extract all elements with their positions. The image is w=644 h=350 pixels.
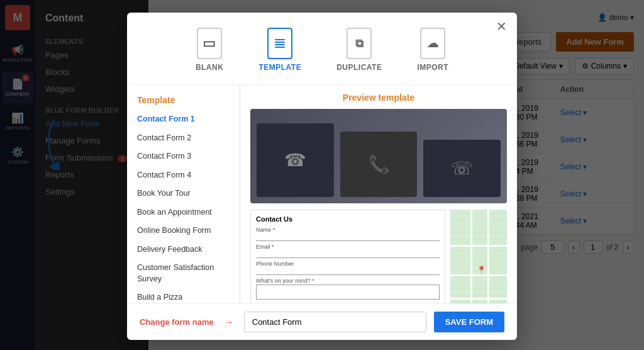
phone-unit-3: ☏ [423,140,501,197]
modal-tabs: ▭ BLANK TEMPLATE ⧉ DUPLICATE [127,13,517,85]
save-form-button[interactable]: SAVE FORM [434,312,504,332]
preview-area: Preview template ☎ 📞 ☏ [240,85,517,303]
field-mind-label: What's on your mind? * [256,278,440,284]
svg-rect-1 [275,39,285,40]
tab-blank[interactable]: ▭ BLANK [191,25,229,74]
field-phone-line [256,268,440,275]
field-email-line [256,251,440,258]
contact-form-preview: Contact Us Name * Email * Phone Number [250,210,445,303]
form-name-input[interactable] [244,312,426,332]
template-item-contact-form-4[interactable]: Contact Form 4 [127,166,240,185]
svg-rect-2 [275,42,285,43]
template-item-build-pizza[interactable]: Build a Pizza [127,288,240,303]
template-section-title: Template [127,93,240,110]
modal-close-button[interactable]: ✕ [496,20,507,33]
field-name-label: Name * [256,227,440,233]
arrow-right-icon: → [224,317,234,328]
tab-import-label: IMPORT [417,63,448,72]
modal-footer: Change form name → SAVE FORM [127,303,517,340]
map-road-v2 [487,210,489,303]
preview-field-mind: What's on your mind? * [256,278,440,300]
preview-field-email: Email * [256,244,440,258]
map-road-h1 [450,245,507,247]
phone-unit-2: 📞 [340,132,418,197]
import-tab-icon: ☁ [420,28,445,59]
map-grid: 📍 [450,210,507,303]
preview-title: Preview template [250,93,507,103]
map-road-h2 [450,274,507,276]
template-item-delivery-feedback[interactable]: Delivery Feedback [127,240,240,259]
field-name-line [256,234,440,241]
map-preview: 📍 [450,210,507,303]
tab-import[interactable]: ☁ IMPORT [412,25,453,74]
blank-tab-icon: ▭ [197,28,222,59]
field-email-label: Email * [256,244,440,250]
field-mind-area [256,285,440,300]
svg-rect-3 [275,44,285,45]
preview-phones-image: ☎ 📞 ☏ [250,109,507,203]
map-road-h3 [450,298,507,300]
template-modal: ✕ ▭ BLANK TEMPLATE ⧉ D [127,13,517,340]
phone-handset-icon-1: ☎ [284,150,306,171]
tab-duplicate-label: DUPLICATE [336,63,382,72]
preview-field-phone: Phone Number [256,261,440,275]
template-item-book-appointment[interactable]: Book an Appointment [127,203,240,222]
modal-overlay: ✕ ▭ BLANK TEMPLATE ⧉ D [0,0,644,350]
template-item-contact-form-1[interactable]: Contact Form 1 [127,110,240,129]
template-item-online-booking[interactable]: Online Booking Form [127,222,240,240]
contact-us-title: Contact Us [256,215,440,223]
template-item-contact-form-3[interactable]: Contact Form 3 [127,147,240,166]
map-pin: 📍 [477,266,486,274]
tab-template[interactable]: TEMPLATE [253,25,306,74]
map-road-v1 [470,210,472,303]
tab-template-label: TEMPLATE [258,63,301,72]
change-form-label: Change form name [140,317,214,327]
template-item-contact-form-2[interactable]: Contact Form 2 [127,129,240,148]
template-list: Template Contact Form 1 Contact Form 2 C… [127,85,240,303]
template-item-customer-satisfaction[interactable]: Customer Satisfaction Survey [127,259,240,288]
phone-handset-icon-2: 📞 [368,154,390,175]
template-tab-icon [267,28,292,59]
phone-unit-1: ☎ [257,123,334,197]
contact-form-preview-container: Contact Us Name * Email * Phone Number [250,210,507,303]
tab-blank-label: BLANK [196,63,224,72]
field-phone-label: Phone Number [256,261,440,267]
duplicate-tab-icon: ⧉ [347,28,372,59]
modal-body: Template Contact Form 1 Contact Form 2 C… [127,85,517,303]
template-item-book-your-tour[interactable]: Book Your Tour [127,184,240,203]
phone-handset-icon-3: ☏ [451,158,473,179]
preview-field-name: Name * [256,227,440,241]
tab-duplicate[interactable]: ⧉ DUPLICATE [331,25,387,74]
svg-rect-4 [275,47,285,48]
